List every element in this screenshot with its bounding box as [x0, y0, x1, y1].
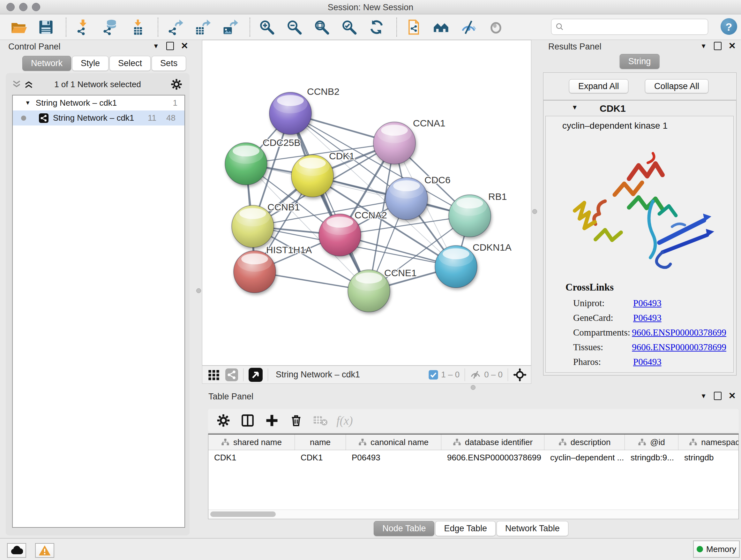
- main-toolbar: ?: [0, 14, 741, 40]
- table-row[interactable]: CDK1CDK1P064939606.ENSP00000378699cyclin…: [208, 450, 738, 465]
- network-list: ▼ String Network – cdk1 1 String Network…: [12, 95, 185, 528]
- network-edge[interactable]: [290, 113, 369, 291]
- expand-all-button[interactable]: Expand All: [569, 79, 628, 93]
- horizontal-splitter[interactable]: [202, 384, 741, 391]
- column-header-database-identifier[interactable]: database identifier: [441, 435, 544, 450]
- import-network-button[interactable]: [73, 17, 93, 37]
- protein-header[interactable]: ▼ CDK1: [543, 101, 736, 115]
- collection-expand-icon[interactable]: ▼: [25, 100, 30, 106]
- right-splitter[interactable]: [531, 40, 538, 384]
- close-panel-icon[interactable]: ✕: [729, 392, 736, 399]
- crosslink-pharos--link[interactable]: P06493: [633, 357, 662, 367]
- float-panel-icon[interactable]: [166, 42, 174, 50]
- birdseye-view-icon[interactable]: [249, 368, 263, 382]
- network-view-toolbar: String Network – cdk1 1 – 0 0 – 0: [202, 366, 531, 384]
- network-node-ccne1[interactable]: [348, 270, 531, 365]
- selected-checkbox-icon[interactable]: [428, 370, 439, 380]
- crosslink-uniprot--link[interactable]: P06493: [633, 298, 662, 308]
- zoom-selected-button[interactable]: [339, 17, 359, 37]
- share-document-button[interactable]: [403, 17, 424, 37]
- export-image-button[interactable]: [219, 17, 240, 37]
- column-label: shared name: [233, 437, 282, 447]
- column-header-description[interactable]: description: [544, 435, 625, 450]
- crosshair-icon[interactable]: [513, 368, 527, 381]
- panel-menu-icon[interactable]: ▼: [700, 43, 707, 50]
- zoom-out-button[interactable]: [284, 17, 305, 37]
- table-cell: stringdb: [678, 450, 739, 465]
- show-graphics-button[interactable]: [486, 17, 506, 37]
- crosslink-label: Pharos:: [573, 357, 633, 367]
- refresh-view-button[interactable]: [366, 17, 387, 37]
- search-box[interactable]: [551, 19, 708, 35]
- node-label: CDC25B: [263, 137, 300, 148]
- scrollbar-thumb[interactable]: [210, 511, 276, 517]
- memory-button[interactable]: Memory: [693, 541, 740, 558]
- column-type-icon: [221, 438, 229, 446]
- column-header--id[interactable]: @id: [625, 435, 678, 450]
- crosslink-tissues--link[interactable]: 9606.ENSP00000378699: [632, 342, 726, 353]
- column-header-name[interactable]: name: [295, 435, 346, 450]
- left-splitter[interactable]: [195, 40, 202, 538]
- show-columns-button[interactable]: [239, 412, 257, 429]
- search-input[interactable]: [567, 20, 704, 34]
- collapse-protein-icon[interactable]: ▼: [571, 104, 578, 111]
- save-icon: [38, 19, 54, 36]
- crosslink-compartments--link[interactable]: 9606.ENSP00000378699: [632, 327, 726, 338]
- share-view-icon[interactable]: [225, 368, 238, 381]
- table-cell: P06493: [346, 450, 441, 465]
- tab-node-table[interactable]: Node Table: [374, 521, 434, 536]
- collapse-all-button[interactable]: Collapse All: [645, 79, 709, 93]
- create-column-button[interactable]: [263, 412, 281, 429]
- gear-icon[interactable]: [171, 78, 183, 90]
- panel-menu-icon[interactable]: ▼: [700, 392, 707, 400]
- control-panel: Control Panel ▼ ✕ NetworkStyleSelectSets…: [0, 40, 195, 538]
- export-table-button[interactable]: [192, 17, 212, 37]
- zoom-fit-button[interactable]: [312, 17, 332, 37]
- clear-table-button[interactable]: [312, 412, 329, 429]
- delete-column-button[interactable]: [287, 412, 305, 429]
- open-session-button[interactable]: [8, 17, 29, 37]
- export-network-button[interactable]: [165, 17, 185, 37]
- refresh-icon: [368, 19, 385, 36]
- float-panel-icon[interactable]: [714, 42, 722, 50]
- table-cell: 9606.ENSP00000378699: [441, 450, 544, 465]
- hidden-eye-icon[interactable]: [469, 369, 482, 380]
- network-row[interactable]: String Network – cdk1 11 48: [13, 111, 185, 125]
- table-settings-button[interactable]: [214, 412, 232, 429]
- table-horizontal-scrollbar[interactable]: [208, 509, 738, 519]
- panel-menu-icon[interactable]: ▼: [153, 43, 159, 50]
- close-panel-icon[interactable]: ✕: [181, 43, 188, 50]
- float-panel-icon[interactable]: [714, 392, 722, 400]
- tab-select[interactable]: Select: [110, 56, 151, 71]
- column-header-canonical-name[interactable]: canonical name: [346, 435, 441, 450]
- function-builder-button[interactable]: f(x): [336, 412, 354, 429]
- column-header-shared-name[interactable]: shared name: [208, 435, 295, 450]
- toolbar-separator: [66, 17, 66, 37]
- zoom-in-button[interactable]: [257, 17, 277, 37]
- tab-sets[interactable]: Sets: [151, 56, 186, 71]
- export-table-icon: [194, 19, 211, 36]
- import-network-database-button[interactable]: [100, 17, 121, 37]
- tab-network[interactable]: Network: [22, 56, 71, 71]
- network-collection-row[interactable]: ▼ String Network – cdk1 1: [13, 96, 185, 111]
- network-canvas[interactable]: CCNB2CCNA1CDC25BCDK1CDC6RB1CCNB1CCNA2CDK…: [202, 40, 531, 366]
- zoom-out-icon: [286, 19, 302, 36]
- tab-network-table[interactable]: Network Table: [496, 521, 568, 536]
- save-session-button[interactable]: [36, 17, 56, 37]
- warnings-button[interactable]: [35, 543, 54, 558]
- tab-style[interactable]: Style: [72, 56, 109, 71]
- close-panel-icon[interactable]: ✕: [729, 43, 736, 50]
- hide-graphics-button[interactable]: [458, 17, 479, 37]
- crosslink-genecard--link[interactable]: P06493: [633, 313, 662, 323]
- hidden-count: 0 – 0: [484, 370, 502, 380]
- cloud-status-button[interactable]: [7, 543, 26, 558]
- network-label: String Network – cdk1: [53, 113, 134, 123]
- help-button[interactable]: ?: [721, 18, 737, 35]
- column-header-namespace[interactable]: namespace: [678, 435, 739, 450]
- tab-string[interactable]: String: [620, 54, 660, 69]
- string-home-button[interactable]: [431, 17, 451, 37]
- grid-view-icon[interactable]: [207, 368, 220, 381]
- tab-edge-table[interactable]: Edge Table: [435, 521, 495, 536]
- import-table-button[interactable]: [128, 17, 148, 37]
- column-label: @id: [650, 437, 665, 447]
